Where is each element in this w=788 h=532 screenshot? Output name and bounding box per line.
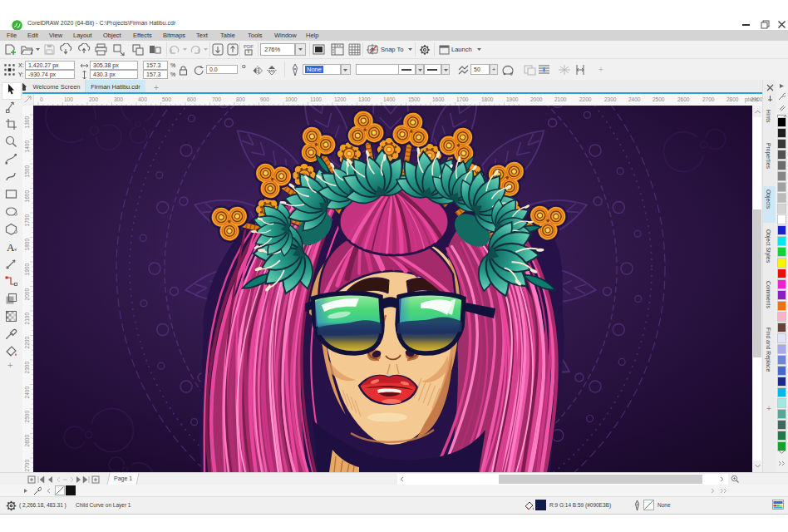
- svg-text:900: 900: [260, 96, 269, 102]
- svg-text:2700: 2700: [24, 460, 30, 472]
- svg-text:2300: 2300: [604, 96, 617, 102]
- svg-text:800: 800: [236, 96, 245, 102]
- svg-text:1500: 1500: [408, 96, 421, 102]
- svg-text:2200: 2200: [24, 337, 30, 349]
- svg-text:1800: 1800: [24, 239, 30, 251]
- svg-text:2100: 2100: [24, 313, 30, 325]
- svg-text:1300: 1300: [358, 96, 371, 102]
- svg-text:1600: 1600: [432, 96, 445, 102]
- svg-text:1400: 1400: [24, 140, 30, 153]
- svg-text:2600: 2600: [677, 96, 690, 102]
- svg-text:2800: 2800: [726, 96, 739, 102]
- svg-text:1200: 1200: [334, 96, 347, 102]
- svg-text:PDF: PDF: [244, 44, 254, 49]
- svg-text:100: 100: [64, 96, 73, 102]
- svg-text:1700: 1700: [456, 96, 469, 102]
- svg-text:2000: 2000: [530, 96, 543, 102]
- svg-text:600: 600: [187, 96, 196, 102]
- svg-text:1500: 1500: [24, 165, 30, 178]
- svg-text:1900: 1900: [24, 264, 30, 276]
- svg-text:2200: 2200: [579, 96, 592, 102]
- svg-text:2600: 2600: [24, 435, 30, 447]
- svg-text:1900: 1900: [506, 96, 519, 102]
- svg-text:1400: 1400: [383, 96, 396, 102]
- svg-text:1100: 1100: [310, 96, 322, 102]
- svg-text:A: A: [7, 241, 15, 254]
- svg-text:1700: 1700: [24, 214, 30, 227]
- svg-text:2700: 2700: [702, 96, 715, 102]
- svg-text:0: 0: [40, 96, 43, 102]
- svg-text:2300: 2300: [24, 362, 30, 374]
- svg-text:2400: 2400: [24, 387, 30, 399]
- svg-text:pixels: pixels: [745, 96, 759, 103]
- svg-text:2000: 2000: [24, 288, 30, 301]
- svg-text:2500: 2500: [24, 411, 30, 423]
- svg-text:2400: 2400: [628, 96, 641, 102]
- svg-text:2100: 2100: [554, 96, 567, 102]
- svg-text:1000: 1000: [285, 96, 298, 102]
- svg-text:1800: 1800: [481, 96, 494, 102]
- svg-text:400: 400: [138, 96, 147, 102]
- svg-text:1600: 1600: [24, 190, 30, 203]
- svg-text:500: 500: [162, 96, 171, 102]
- svg-text:2500: 2500: [653, 96, 665, 102]
- svg-text:700: 700: [212, 96, 221, 102]
- svg-text:1300: 1300: [24, 116, 30, 129]
- svg-text:200: 200: [89, 96, 98, 102]
- svg-text:300: 300: [114, 96, 123, 102]
